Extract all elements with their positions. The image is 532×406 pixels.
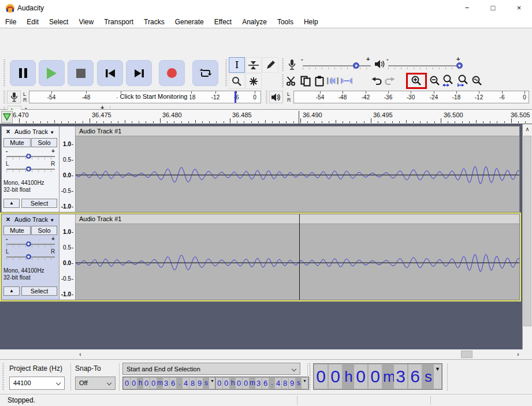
recording-meter[interactable]: -54 -48 -42 -18 -12 -6 0 Click to Start … (29, 91, 261, 103)
solo-button[interactable]: Solo (31, 138, 57, 147)
select-track-button[interactable]: Select (21, 286, 57, 296)
recording-volume-knob[interactable] (353, 62, 359, 69)
draw-tool-button[interactable] (262, 57, 278, 73)
menu-file[interactable]: File (0, 16, 21, 28)
play-button[interactable] (39, 60, 65, 86)
menu-edit[interactable]: Edit (21, 16, 44, 28)
pan-slider-knob[interactable] (26, 254, 31, 259)
fit-project-button[interactable] (456, 74, 470, 88)
time-toolbar-grip[interactable] (309, 363, 311, 391)
trim-audio-button[interactable] (326, 74, 340, 88)
pan-left-label: L (6, 248, 9, 255)
menu-tools[interactable]: Tools (272, 16, 299, 28)
menu-tracks[interactable]: Tracks (139, 16, 170, 28)
track-menu-button[interactable]: Audio Track ▼ (14, 216, 54, 223)
pause-button[interactable] (10, 60, 36, 86)
recording-meter-mic-icon (10, 92, 18, 103)
minimize-button[interactable]: − (454, 0, 480, 16)
track-menu-button[interactable]: Audio Track ▼ (14, 128, 54, 135)
clip-title-bar[interactable]: Audio Track #1 (76, 126, 519, 136)
playback-meter-right-label: R (287, 97, 291, 103)
playback-meter[interactable]: -54 -48 -42 -36 -30 -24 -18 -12 -6 0 (293, 91, 529, 103)
zoom-tool-button[interactable] (229, 73, 245, 89)
selection-toolbar-grip[interactable] (2, 363, 4, 391)
playback-volume-knob[interactable] (456, 62, 463, 69)
cut-button[interactable] (284, 74, 298, 88)
vertical-scale-ruler[interactable]: 1.0 0.5 0.0 -0.5 -1.0 (59, 214, 76, 300)
collapse-track-button[interactable]: ▲ (3, 286, 20, 296)
project-rate-select[interactable]: 44100 (9, 377, 65, 390)
skip-to-end-button[interactable] (126, 60, 152, 86)
select-track-button[interactable]: Select (21, 199, 57, 208)
menu-help[interactable]: Help (299, 16, 323, 28)
close-track-button[interactable]: × (4, 215, 12, 224)
timeline-pin-button[interactable] (1, 111, 13, 123)
horizontal-scrollbar-thumb[interactable] (461, 351, 473, 358)
edit-toolbar-grip[interactable] (282, 75, 284, 87)
snap-to-select[interactable]: Off (75, 377, 116, 390)
pan-slider-knob[interactable] (26, 166, 31, 172)
timeline-ruler[interactable]: 6.470 36.475 36.480 36.485 36.490 36.495… (0, 110, 532, 124)
vertical-scrollbar[interactable]: ∧ (522, 124, 532, 349)
playback-volume-slider[interactable] (388, 65, 461, 66)
loop-button[interactable] (192, 60, 218, 86)
selection-start-field[interactable]: 00h00m36.489s▼ (122, 377, 217, 390)
audio-clip[interactable]: Audio Track #1 (76, 126, 519, 212)
collapse-track-button[interactable]: ▲ (3, 199, 20, 208)
horizontal-scrollbar[interactable]: ‹ › (0, 349, 532, 359)
zoom-toggle-button[interactable] (470, 74, 484, 88)
draw-pencil-icon (266, 60, 276, 70)
mute-button[interactable]: Mute (3, 226, 31, 235)
menu-analyze[interactable]: Analyze (237, 16, 272, 28)
vertical-scale-ruler[interactable]: 1.0 0.5 0.0 -0.5 -1.0 (59, 126, 76, 212)
waveform[interactable] (76, 136, 519, 212)
gain-slider-knob[interactable] (26, 241, 31, 247)
snap-to-label: Snap-To (75, 364, 101, 373)
menu-select[interactable]: Select (44, 16, 73, 28)
gain-slider-knob[interactable] (26, 154, 31, 159)
multi-tool-button[interactable] (245, 73, 262, 89)
envelope-tool-button[interactable] (245, 57, 262, 73)
waveform[interactable] (76, 224, 519, 300)
redo-button[interactable] (383, 74, 397, 88)
zoom-in-button[interactable] (410, 74, 423, 88)
recording-meter-mic-button[interactable] (7, 91, 21, 103)
solo-button[interactable]: Solo (31, 226, 57, 235)
playback-meter-grip[interactable] (266, 91, 267, 103)
recording-volume-slider[interactable] (303, 65, 371, 66)
audio-position-display[interactable]: 00h00m36s▼ (313, 363, 442, 390)
silence-audio-button[interactable] (340, 74, 354, 88)
fit-selection-button[interactable] (441, 74, 455, 88)
skip-to-start-button[interactable] (97, 60, 123, 86)
scroll-up-button[interactable]: ∧ (523, 126, 532, 132)
transport-toolbar-grip[interactable] (3, 59, 5, 87)
vertical-scrollbar-thumb[interactable] (523, 136, 531, 326)
close-button[interactable]: × (506, 0, 532, 16)
close-track-button[interactable]: × (4, 128, 12, 136)
undo-button[interactable] (370, 74, 384, 88)
maximize-button[interactable]: □ (480, 0, 506, 16)
clip-title-bar[interactable]: Audio Track #1 (76, 214, 519, 224)
mute-button[interactable]: Mute (3, 138, 31, 147)
playback-meter-speaker-button[interactable] (269, 91, 283, 103)
audio-clip[interactable]: Audio Track #1 (76, 214, 519, 300)
tools-toolbar-grip[interactable] (225, 59, 227, 87)
menu-transport[interactable]: Transport (99, 16, 139, 28)
menu-view[interactable]: View (73, 16, 99, 28)
scroll-right-button[interactable]: › (514, 351, 522, 357)
cut-scissors-icon (286, 76, 296, 86)
selection-mode-select[interactable]: Start and End of Selection (122, 363, 300, 375)
recording-meter-grip[interactable] (3, 91, 5, 103)
mixer-toolbar-grip[interactable] (282, 58, 284, 72)
record-button[interactable] (159, 60, 185, 86)
scroll-left-button[interactable]: ‹ (76, 351, 84, 357)
menu-generate[interactable]: Generate (170, 16, 209, 28)
menu-effect[interactable]: Effect (209, 16, 237, 28)
selection-tool-button[interactable]: I (229, 57, 245, 73)
selection-end-field[interactable]: 00h00m36.489s▼ (215, 377, 309, 390)
copy-button[interactable] (299, 74, 312, 88)
zoom-out-button[interactable] (428, 74, 442, 88)
paste-button[interactable] (312, 74, 326, 88)
start-monitoring-label[interactable]: Click to Start Monitoring (118, 92, 190, 100)
stop-button[interactable] (68, 60, 94, 86)
